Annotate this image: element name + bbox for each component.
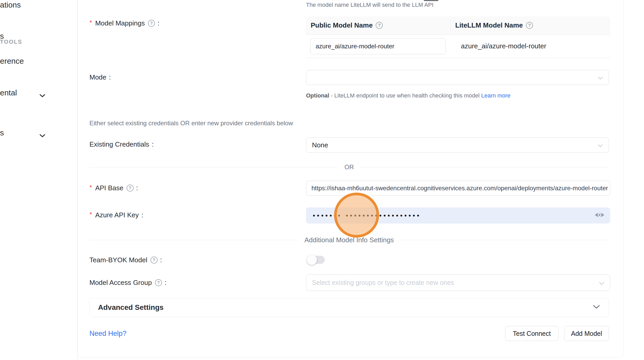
required-asterisk: * <box>89 19 92 27</box>
existing-credentials-select[interactable]: None <box>306 138 609 153</box>
divider-line <box>361 167 609 167</box>
mode-label: Mode: <box>89 73 111 81</box>
help-question-icon[interactable]: ? <box>151 257 158 264</box>
advanced-settings-panel[interactable]: Advanced Settings <box>89 298 609 317</box>
litellm-model-name-value: azure_ai/azure-model-router <box>453 42 546 50</box>
help-question-icon[interactable]: ? <box>148 20 155 27</box>
required-asterisk: * <box>89 211 92 219</box>
toggle-password-visibility-icon[interactable] <box>595 211 604 220</box>
model-access-group-placeholder: Select existing groups or type to create… <box>312 279 454 286</box>
mode-select[interactable] <box>306 70 609 85</box>
model-mappings-label: * Model Mappings ? : <box>89 19 159 27</box>
existing-credentials-value: None <box>312 141 328 149</box>
credentials-note: Either select existing credentials OR en… <box>89 120 293 127</box>
divider-line <box>400 240 609 240</box>
help-question-icon[interactable]: ? <box>155 279 162 286</box>
help-question-icon[interactable]: ? <box>127 185 134 192</box>
column-header-litellm-model-name: LiteLLM Model Name ? <box>451 21 610 29</box>
add-model-form: The model name LiteLLM will send to the … <box>0 0 644 360</box>
model-mappings-table: Public Model Name ? LiteLLM Model Name ?… <box>306 16 610 58</box>
chevron-down-icon <box>599 279 604 287</box>
mode-helper-text: Optional - LiteLLM endpoint to use when … <box>306 90 518 101</box>
toggle-knob <box>307 255 317 265</box>
model-name-helper-text: The model name LiteLLM will send to the … <box>306 2 433 8</box>
required-asterisk: * <box>89 184 92 192</box>
divider-line <box>89 240 299 240</box>
divider-line <box>89 167 338 167</box>
model-access-group-label: Model Access Group ? : <box>89 279 166 287</box>
azure-api-key-input[interactable]: ••••••• •••••••••••••••••• <box>306 207 610 224</box>
add-model-page: ations s TOOLS erence ental s The model … <box>0 0 644 360</box>
table-row: azure_ai/azure-model-router azure_ai/azu… <box>306 35 610 58</box>
clipped-content-artifact <box>424 0 438 1</box>
team-byok-label: Team-BYOK Model ? : <box>89 256 162 264</box>
masked-password-dots: ••••••• <box>313 207 342 224</box>
chevron-down-icon <box>598 141 603 149</box>
masked-password-dots: •••••••••••••••••• <box>346 207 421 224</box>
existing-credentials-label: Existing Credentials: <box>89 140 154 148</box>
model-access-group-select[interactable]: Select existing groups or type to create… <box>306 274 610 291</box>
api-base-value: https://ishaa-mh6uutut-swedencentral.cog… <box>311 185 608 192</box>
test-connect-button[interactable]: Test Connect <box>505 326 558 341</box>
azure-api-key-label: * Azure API Key : <box>89 211 143 219</box>
advanced-settings-title: Advanced Settings <box>98 303 164 312</box>
or-divider-text: OR <box>338 163 361 171</box>
help-question-icon[interactable]: ? <box>526 22 533 29</box>
public-model-name-input[interactable]: azure_ai/azure-model-router <box>310 38 446 54</box>
learn-more-link[interactable]: Learn more <box>481 92 511 99</box>
api-base-input[interactable]: https://ishaa-mh6uutut-swedencentral.cog… <box>306 181 610 196</box>
need-help-link[interactable]: Need Help? <box>89 330 127 338</box>
or-divider: OR <box>89 163 609 171</box>
column-header-public-model-name: Public Model Name ? <box>306 20 451 31</box>
chevron-down-icon <box>593 305 600 310</box>
additional-settings-divider: Additional Model Info Settings <box>89 235 609 244</box>
additional-settings-divider-text: Additional Model Info Settings <box>299 236 400 244</box>
table-header-row: Public Model Name ? LiteLLM Model Name ? <box>306 16 610 35</box>
help-question-icon[interactable]: ? <box>376 22 383 29</box>
api-base-label: * API Base ? : <box>89 184 138 192</box>
team-byok-toggle[interactable] <box>308 256 325 264</box>
chevron-down-icon <box>598 74 603 82</box>
add-model-button[interactable]: Add Model <box>564 326 609 341</box>
